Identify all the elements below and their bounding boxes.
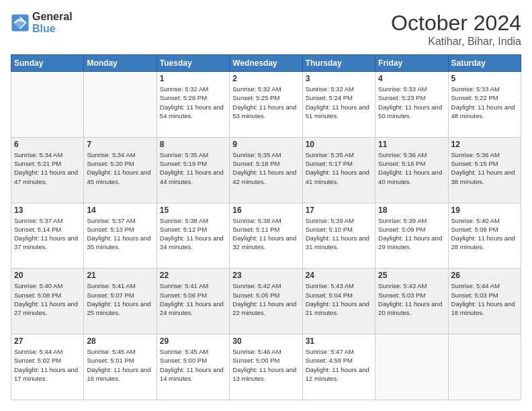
header: General Blue October 2024 Katihar, Bihar…	[11, 11, 521, 48]
calendar-cell: 8Sunrise: 5:35 AMSunset: 5:19 PMDaylight…	[157, 137, 229, 203]
day-number: 24	[306, 271, 372, 280]
day-number: 5	[451, 74, 518, 83]
day-info: Sunrise: 5:40 AMSunset: 5:08 PMDaylight:…	[14, 281, 81, 317]
day-info: Sunrise: 5:44 AMSunset: 5:02 PMDaylight:…	[14, 347, 81, 383]
calendar-week-row: 6Sunrise: 5:34 AMSunset: 5:21 PMDaylight…	[11, 137, 521, 203]
day-number: 12	[451, 140, 518, 149]
calendar-cell: 7Sunrise: 5:34 AMSunset: 5:20 PMDaylight…	[84, 137, 157, 203]
day-info: Sunrise: 5:38 AMSunset: 5:11 PMDaylight:…	[232, 216, 299, 252]
day-info: Sunrise: 5:43 AMSunset: 5:04 PMDaylight:…	[306, 281, 372, 317]
day-number: 4	[378, 74, 445, 83]
day-number: 16	[232, 205, 299, 215]
day-number: 10	[306, 140, 372, 149]
day-number: 6	[14, 140, 81, 149]
day-number: 19	[451, 205, 518, 215]
day-info: Sunrise: 5:33 AMSunset: 5:23 PMDaylight:…	[378, 85, 445, 120]
day-number: 9	[232, 140, 299, 149]
calendar-cell	[448, 334, 521, 400]
calendar-cell: 1Sunrise: 5:32 AMSunset: 5:26 PMDaylight…	[157, 72, 229, 138]
day-info: Sunrise: 5:32 AMSunset: 5:24 PMDaylight:…	[306, 85, 372, 120]
day-info: Sunrise: 5:40 AMSunset: 5:08 PMDaylight:…	[451, 216, 518, 252]
day-info: Sunrise: 5:45 AMSunset: 5:01 PMDaylight:…	[87, 347, 153, 383]
day-info: Sunrise: 5:36 AMSunset: 5:16 PMDaylight:…	[378, 150, 445, 186]
day-info: Sunrise: 5:39 AMSunset: 5:10 PMDaylight:…	[306, 216, 372, 252]
calendar-cell: 11Sunrise: 5:36 AMSunset: 5:16 PMDayligh…	[375, 137, 448, 203]
day-number: 22	[160, 271, 226, 280]
day-number: 26	[451, 271, 518, 280]
day-info: Sunrise: 5:35 AMSunset: 5:19 PMDaylight:…	[160, 150, 226, 186]
calendar-week-row: 13Sunrise: 5:37 AMSunset: 5:14 PMDayligh…	[11, 203, 521, 269]
day-info: Sunrise: 5:34 AMSunset: 5:20 PMDaylight:…	[87, 150, 153, 186]
col-wednesday: Wednesday	[230, 55, 302, 72]
day-number: 13	[14, 205, 81, 215]
calendar-cell: 27Sunrise: 5:44 AMSunset: 5:02 PMDayligh…	[11, 334, 84, 400]
day-number: 14	[87, 205, 153, 215]
calendar-cell: 4Sunrise: 5:33 AMSunset: 5:23 PMDaylight…	[375, 72, 448, 138]
day-number: 30	[232, 336, 299, 346]
day-info: Sunrise: 5:46 AMSunset: 5:00 PMDaylight:…	[232, 347, 299, 383]
day-number: 29	[160, 336, 226, 346]
day-info: Sunrise: 5:33 AMSunset: 5:22 PMDaylight:…	[451, 85, 518, 120]
calendar-cell: 3Sunrise: 5:32 AMSunset: 5:24 PMDaylight…	[302, 72, 375, 138]
month-title: October 2024	[391, 11, 521, 36]
day-info: Sunrise: 5:37 AMSunset: 5:13 PMDaylight:…	[87, 216, 153, 252]
calendar-cell: 30Sunrise: 5:46 AMSunset: 5:00 PMDayligh…	[230, 334, 302, 400]
calendar-cell: 2Sunrise: 5:32 AMSunset: 5:25 PMDaylight…	[230, 72, 302, 138]
col-thursday: Thursday	[302, 55, 375, 72]
calendar-cell: 26Sunrise: 5:44 AMSunset: 5:03 PMDayligh…	[448, 269, 521, 334]
day-number: 1	[160, 74, 226, 83]
day-info: Sunrise: 5:32 AMSunset: 5:25 PMDaylight:…	[232, 85, 299, 120]
calendar-cell: 16Sunrise: 5:38 AMSunset: 5:11 PMDayligh…	[230, 203, 302, 269]
calendar-cell: 9Sunrise: 5:35 AMSunset: 5:18 PMDaylight…	[230, 137, 302, 203]
calendar-cell: 28Sunrise: 5:45 AMSunset: 5:01 PMDayligh…	[84, 334, 157, 400]
day-info: Sunrise: 5:37 AMSunset: 5:14 PMDaylight:…	[14, 216, 81, 252]
calendar-cell: 25Sunrise: 5:43 AMSunset: 5:03 PMDayligh…	[375, 269, 448, 334]
title-block: October 2024 Katihar, Bihar, India	[391, 11, 521, 48]
calendar-cell: 22Sunrise: 5:41 AMSunset: 5:06 PMDayligh…	[157, 269, 229, 334]
logo: General Blue	[11, 11, 73, 34]
day-number: 28	[87, 336, 153, 346]
page: General Blue October 2024 Katihar, Bihar…	[0, 0, 532, 411]
day-number: 7	[87, 140, 153, 149]
calendar-cell: 15Sunrise: 5:38 AMSunset: 5:12 PMDayligh…	[157, 203, 229, 269]
calendar-cell: 23Sunrise: 5:42 AMSunset: 5:05 PMDayligh…	[230, 269, 302, 334]
calendar-cell: 31Sunrise: 5:47 AMSunset: 4:59 PMDayligh…	[302, 334, 375, 400]
day-number: 8	[160, 140, 226, 149]
calendar-cell: 14Sunrise: 5:37 AMSunset: 5:13 PMDayligh…	[84, 203, 157, 269]
day-info: Sunrise: 5:38 AMSunset: 5:12 PMDaylight:…	[160, 216, 226, 252]
calendar-cell: 10Sunrise: 5:35 AMSunset: 5:17 PMDayligh…	[302, 137, 375, 203]
calendar-cell: 24Sunrise: 5:43 AMSunset: 5:04 PMDayligh…	[302, 269, 375, 334]
day-number: 20	[14, 271, 81, 280]
calendar-cell: 6Sunrise: 5:34 AMSunset: 5:21 PMDaylight…	[11, 137, 84, 203]
day-number: 15	[160, 205, 226, 215]
col-friday: Friday	[375, 55, 448, 72]
calendar-cell: 18Sunrise: 5:39 AMSunset: 5:09 PMDayligh…	[375, 203, 448, 269]
day-info: Sunrise: 5:45 AMSunset: 5:00 PMDaylight:…	[160, 347, 226, 383]
day-info: Sunrise: 5:41 AMSunset: 5:06 PMDaylight:…	[160, 281, 226, 317]
day-number: 3	[306, 74, 372, 83]
logo-icon	[11, 13, 30, 32]
day-info: Sunrise: 5:41 AMSunset: 5:07 PMDaylight:…	[87, 281, 153, 317]
calendar-cell: 12Sunrise: 5:36 AMSunset: 5:15 PMDayligh…	[448, 137, 521, 203]
calendar-cell: 5Sunrise: 5:33 AMSunset: 5:22 PMDaylight…	[448, 72, 521, 138]
calendar-cell: 13Sunrise: 5:37 AMSunset: 5:14 PMDayligh…	[11, 203, 84, 269]
calendar-cell: 20Sunrise: 5:40 AMSunset: 5:08 PMDayligh…	[11, 269, 84, 334]
day-info: Sunrise: 5:42 AMSunset: 5:05 PMDaylight:…	[232, 281, 299, 317]
calendar-week-row: 20Sunrise: 5:40 AMSunset: 5:08 PMDayligh…	[11, 269, 521, 334]
day-number: 23	[232, 271, 299, 280]
calendar-cell: 29Sunrise: 5:45 AMSunset: 5:00 PMDayligh…	[157, 334, 229, 400]
day-number: 17	[306, 205, 372, 215]
day-info: Sunrise: 5:34 AMSunset: 5:21 PMDaylight:…	[14, 150, 81, 186]
day-number: 18	[378, 205, 445, 215]
col-saturday: Saturday	[448, 55, 521, 72]
calendar-header-row: Sunday Monday Tuesday Wednesday Thursday…	[11, 55, 521, 72]
day-number: 21	[87, 271, 153, 280]
day-number: 2	[232, 74, 299, 83]
day-info: Sunrise: 5:35 AMSunset: 5:18 PMDaylight:…	[232, 150, 299, 186]
day-number: 27	[14, 336, 81, 346]
location-title: Katihar, Bihar, India	[391, 36, 521, 48]
calendar-cell: 17Sunrise: 5:39 AMSunset: 5:10 PMDayligh…	[302, 203, 375, 269]
day-info: Sunrise: 5:39 AMSunset: 5:09 PMDaylight:…	[378, 216, 445, 252]
day-number: 31	[306, 336, 372, 346]
calendar-cell: 21Sunrise: 5:41 AMSunset: 5:07 PMDayligh…	[84, 269, 157, 334]
